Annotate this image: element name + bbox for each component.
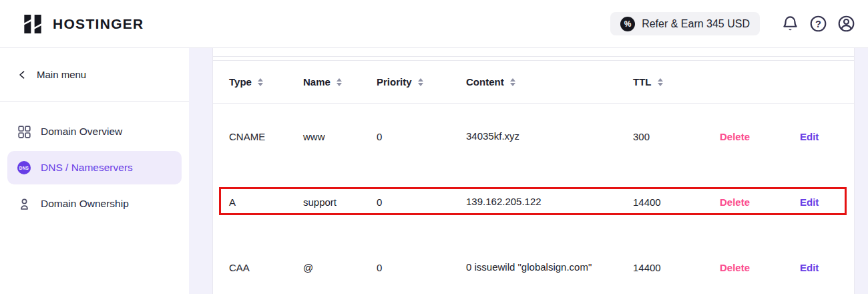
sort-icon xyxy=(337,78,342,86)
dns-globe-icon: DNS xyxy=(17,161,31,174)
column-header-content[interactable]: Content xyxy=(466,76,633,88)
edit-link[interactable]: Edit xyxy=(800,131,819,142)
sort-icon xyxy=(658,78,663,86)
sort-icon xyxy=(258,78,263,86)
sidebar-item-domain-overview[interactable]: Domain Overview xyxy=(7,115,182,148)
grid-icon xyxy=(17,126,31,138)
sidebar-item-dns-nameservers[interactable]: DNS DNS / Nameservers xyxy=(7,151,182,184)
column-header-type[interactable]: Type xyxy=(229,76,303,88)
cell-priority: 0 xyxy=(377,262,466,273)
cell-type: CNAME xyxy=(229,131,303,142)
delete-link[interactable]: Delete xyxy=(720,262,750,273)
cell-name: support xyxy=(303,196,377,208)
cell-name: www xyxy=(303,131,377,142)
cell-content: 34035kf.xyz xyxy=(466,128,633,145)
delete-link[interactable]: Delete xyxy=(720,196,750,208)
help-button[interactable]: ? xyxy=(804,9,832,39)
topbar-actions: % Refer & Earn 345 USD ? xyxy=(610,9,860,39)
sort-icon xyxy=(418,78,423,86)
sort-icon xyxy=(510,78,515,86)
account-button[interactable] xyxy=(832,9,860,39)
bell-icon xyxy=(781,15,799,33)
cell-content: 0 issuewild "globalsign.com" xyxy=(466,259,633,276)
sidebar-item-label: DNS / Nameservers xyxy=(41,162,133,174)
avatar-icon xyxy=(837,15,855,33)
back-to-main-menu[interactable]: Main menu xyxy=(0,48,189,102)
sidebar-nav: Domain Overview DNS DNS / Nameservers Do… xyxy=(0,102,189,220)
table-header-row: Type Name Priority Content TTL xyxy=(213,60,854,104)
page: HOSTINGER % Refer & Earn 345 USD xyxy=(0,0,868,294)
column-header-name[interactable]: Name xyxy=(303,76,377,88)
dns-record-row-cname: CNAME www 0 34035kf.xyz 300 Delete Edit xyxy=(213,104,854,169)
cell-content: 139.162.205.122 xyxy=(466,194,633,210)
question-icon: ? xyxy=(809,15,827,33)
edit-link[interactable]: Edit xyxy=(800,196,819,208)
card-top-divider xyxy=(213,48,854,57)
refer-earn-button[interactable]: % Refer & Earn 345 USD xyxy=(610,12,760,35)
notifications-button[interactable] xyxy=(776,9,804,39)
cell-ttl: 14400 xyxy=(633,196,720,208)
sidebar-item-label: Domain Overview xyxy=(41,126,122,138)
delete-link[interactable]: Delete xyxy=(720,131,750,142)
person-icon xyxy=(17,198,31,210)
refer-earn-label: Refer & Earn 345 USD xyxy=(642,18,750,30)
top-navbar: HOSTINGER % Refer & Earn 345 USD xyxy=(0,0,868,48)
cell-ttl: 300 xyxy=(633,131,720,142)
sidebar-item-label: Domain Ownership xyxy=(41,198,129,210)
column-header-ttl[interactable]: TTL xyxy=(633,76,720,88)
hostinger-logo-icon xyxy=(21,13,44,35)
sidebar-item-domain-ownership[interactable]: Domain Ownership xyxy=(7,187,182,220)
svg-text:?: ? xyxy=(815,19,821,29)
cell-type: A xyxy=(229,196,303,208)
column-header-priority[interactable]: Priority xyxy=(377,76,466,88)
back-to-main-menu-label: Main menu xyxy=(37,69,86,80)
dns-record-row-a-highlighted: A support 0 139.162.205.122 14400 Delete… xyxy=(213,169,854,235)
percent-badge-icon: % xyxy=(620,17,635,31)
cell-priority: 0 xyxy=(377,196,466,208)
edit-link[interactable]: Edit xyxy=(800,262,819,273)
dns-records-card: Type Name Priority Content TTL CNAME xyxy=(212,48,855,294)
cell-priority: 0 xyxy=(377,131,466,142)
cell-ttl: 14400 xyxy=(633,262,720,273)
chevron-left-icon xyxy=(17,69,28,80)
hostinger-logo[interactable]: HOSTINGER xyxy=(21,13,144,35)
cell-name: @ xyxy=(303,262,377,273)
brand-name: HOSTINGER xyxy=(53,16,144,32)
sidebar: Main menu Domain Overview DNS D xyxy=(0,48,189,294)
cell-type: CAA xyxy=(229,262,303,273)
dns-record-row-caa: CAA @ 0 0 issuewild "globalsign.com" 144… xyxy=(213,235,854,294)
